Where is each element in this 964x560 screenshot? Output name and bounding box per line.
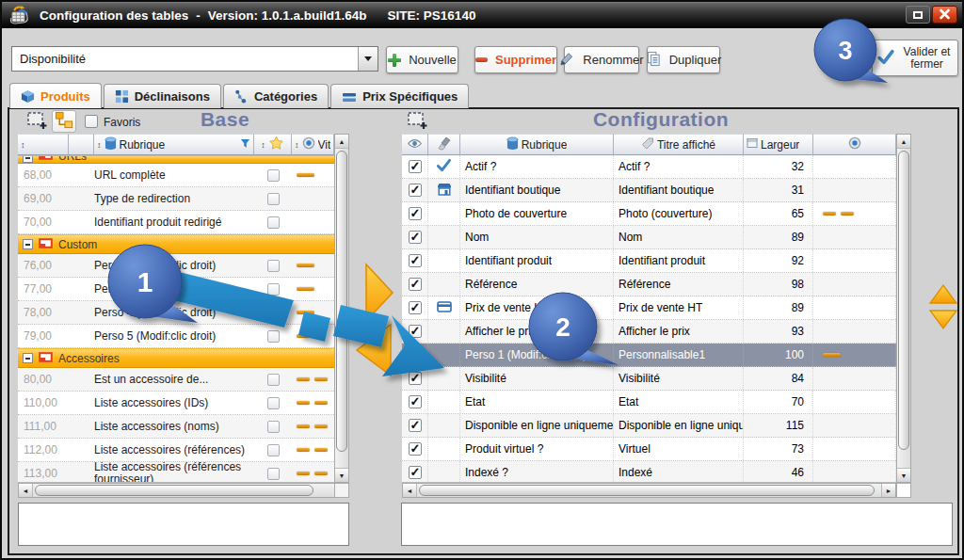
config-vertical-scrollbar[interactable]: ▲ ▼: [896, 134, 911, 483]
tab-catégories[interactable]: Catégories: [223, 84, 329, 108]
new-button[interactable]: Nouvelle: [386, 46, 458, 73]
row-checkbox[interactable]: [409, 160, 422, 173]
row-checkbox[interactable]: [409, 231, 422, 244]
column-vitesse[interactable]: [813, 134, 896, 155]
column-style[interactable]: [428, 134, 460, 155]
select-all-config-button[interactable]: [405, 110, 429, 133]
table-row[interactable]: 111,00Liste accessoires (noms): [18, 415, 334, 439]
row-checkbox[interactable]: [409, 348, 422, 361]
group-row[interactable]: Custom: [18, 234, 334, 254]
move-row-down-button[interactable]: [928, 308, 958, 331]
row-checkbox[interactable]: [409, 372, 422, 385]
column-largeur[interactable]: Largeur: [744, 134, 813, 155]
select-all-button[interactable]: [24, 110, 49, 133]
row-checkbox[interactable]: [409, 207, 422, 220]
scroll-down-arrow[interactable]: ▼: [897, 468, 910, 482]
table-row[interactable]: 112,00Liste accessoires (références): [18, 439, 334, 462]
row-checkbox[interactable]: [267, 307, 280, 319]
row-checkbox[interactable]: [409, 466, 422, 479]
row-checkbox[interactable]: [267, 169, 280, 182]
delete-button[interactable]: Supprimer: [474, 46, 557, 73]
table-row[interactable]: Identifiant boutiqueIdentifiant boutique…: [402, 179, 896, 202]
row-checkbox[interactable]: [409, 419, 422, 432]
filter-icon[interactable]: [240, 138, 250, 152]
row-checkbox[interactable]: [409, 184, 422, 197]
scrollbar-thumb[interactable]: [898, 151, 909, 450]
row-checkbox[interactable]: [267, 216, 280, 229]
move-row-up-button[interactable]: [928, 282, 958, 306]
row-checkbox[interactable]: [267, 260, 280, 272]
table-row[interactable]: 113,00Liste accessoires (références four…: [18, 462, 334, 483]
table-row[interactable]: 110,00Liste accessoires (IDs): [18, 392, 334, 415]
scroll-right-arrow[interactable]: ►: [881, 484, 895, 497]
table-row[interactable]: Produit virtuel ?Virtuel73: [402, 438, 896, 461]
favoris-checkbox[interactable]: [85, 115, 98, 128]
validate-close-button[interactable]: Valider et fermer: [872, 40, 958, 76]
rename-button[interactable]: Renommer: [564, 46, 639, 73]
table-row[interactable]: 79,00Perso 5 (Modif:clic droit): [18, 325, 334, 348]
collapse-icon[interactable]: [23, 239, 33, 249]
column-group[interactable]: [69, 134, 94, 155]
row-checkbox[interactable]: [409, 442, 422, 456]
row-checkbox[interactable]: [409, 325, 422, 338]
base-horizontal-scrollbar[interactable]: ◄ ►: [18, 483, 349, 498]
row-checkbox[interactable]: [267, 444, 280, 456]
scroll-up-arrow[interactable]: ▲: [897, 135, 910, 149]
table-row[interactable]: Actif ?Actif ?32: [402, 155, 896, 179]
table-row[interactable]: NomNom89: [402, 226, 896, 249]
table-row[interactable]: Indexé ?Indexé46: [402, 461, 896, 483]
row-checkbox[interactable]: [267, 468, 280, 480]
group-row[interactable]: URLs: [18, 155, 334, 164]
group-row[interactable]: Accessoires: [18, 348, 334, 368]
config-horizontal-scrollbar[interactable]: ◄ ►: [402, 483, 896, 498]
row-checkbox[interactable]: [267, 374, 280, 386]
scroll-left-arrow[interactable]: ◄: [403, 484, 417, 497]
row-checkbox[interactable]: [267, 283, 280, 296]
scroll-up-arrow[interactable]: ▲: [335, 135, 348, 149]
table-row[interactable]: 68,00URL complète: [18, 164, 334, 187]
table-row[interactable]: Prix de vente HTPrix de vente HT89: [402, 296, 896, 320]
base-notes-box[interactable]: [18, 503, 349, 546]
column-order[interactable]: ↕: [18, 134, 69, 155]
row-checkbox[interactable]: [267, 330, 280, 343]
close-button[interactable]: [932, 6, 957, 24]
tab-prix-spécifiques[interactable]: Prix Spécifiques: [330, 84, 469, 108]
table-row[interactable]: EtatEtat70: [402, 391, 896, 414]
maximize-button[interactable]: [906, 6, 930, 24]
table-row[interactable]: 77,00Perso 3 (Modif:clic droit): [18, 278, 334, 301]
config-notes-box[interactable]: [401, 503, 953, 546]
duplicate-button[interactable]: Dupliquer: [647, 46, 720, 73]
table-row[interactable]: 80,00Est un accessoire de...: [18, 368, 334, 392]
table-row[interactable]: 69,00Type de redirection: [18, 187, 334, 211]
base-vertical-scrollbar[interactable]: ▲ ▼: [334, 134, 349, 483]
table-row[interactable]: Afficher le prix ?Afficher le prix93: [402, 320, 896, 344]
table-row[interactable]: Perso 1 (Modif:clic droit)Personnalisabl…: [402, 344, 896, 367]
scrollbar-thumb[interactable]: [35, 485, 313, 496]
row-checkbox[interactable]: [409, 254, 422, 267]
group-view-button[interactable]: [52, 110, 76, 133]
table-row[interactable]: 78,00Perso 4 (Modif:clic droit): [18, 301, 334, 325]
tab-déclinaisons[interactable]: Déclinaisons: [104, 84, 221, 108]
row-checkbox[interactable]: [409, 278, 422, 291]
column-rubrique[interactable]: Rubrique: [460, 134, 614, 155]
row-checkbox[interactable]: [267, 397, 280, 409]
scrollbar-thumb[interactable]: [336, 151, 347, 452]
row-checkbox[interactable]: [267, 421, 280, 433]
column-visible[interactable]: [402, 134, 428, 155]
row-checkbox[interactable]: [267, 193, 280, 205]
column-vitesse[interactable]: ↕Vitesse: [292, 134, 334, 155]
column-titre[interactable]: Titre affiché: [614, 134, 744, 155]
collapse-icon[interactable]: [23, 155, 33, 163]
column-favorite[interactable]: ↕: [254, 134, 292, 155]
scroll-down-arrow[interactable]: ▼: [335, 468, 348, 482]
collapse-icon[interactable]: [23, 353, 33, 363]
chevron-down-icon[interactable]: [358, 47, 378, 71]
scroll-left-arrow[interactable]: ◄: [19, 484, 33, 497]
row-checkbox[interactable]: [409, 301, 422, 314]
table-row[interactable]: 76,00Perso 2 (Modif:clic droit): [18, 254, 334, 278]
table-row[interactable]: 70,00Identifiant produit redirigé: [18, 211, 334, 234]
move-to-config-button[interactable]: [362, 261, 396, 325]
table-row[interactable]: Identifiant produitIdentifiant produit92: [402, 249, 896, 273]
tab-produits[interactable]: Produits: [9, 83, 102, 108]
table-profile-select[interactable]: Disponibilité: [11, 46, 378, 72]
